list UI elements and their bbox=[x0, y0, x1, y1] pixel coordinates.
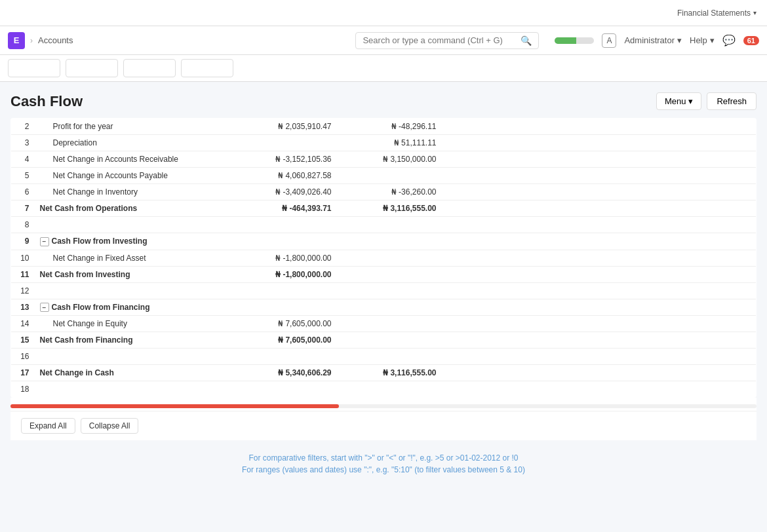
row-empty3 bbox=[652, 266, 757, 282]
table-row: 7 Net Cash from Operations ₦ -464,393.71… bbox=[11, 200, 757, 217]
filter-tab-4[interactable] bbox=[181, 59, 233, 77]
financial-statements-label: Financial Statements bbox=[677, 9, 751, 18]
row-num: 13 bbox=[11, 299, 35, 316]
table-row: 14 Net Change in Equity ₦ 7,605,000.00 bbox=[11, 316, 757, 332]
row-empty1 bbox=[442, 381, 547, 398]
table-row: 5 Net Change in Accounts Payable ₦ 4,060… bbox=[11, 168, 757, 184]
row-val2 bbox=[337, 233, 442, 250]
table-row: 4 Net Change in Accounts Receivable ₦ -3… bbox=[11, 151, 757, 168]
expand-all-button[interactable]: Expand All bbox=[21, 418, 75, 434]
row-val1 bbox=[232, 282, 337, 299]
top-bar: Financial Statements ▾ bbox=[0, 0, 767, 26]
breadcrumb[interactable]: Accounts bbox=[38, 35, 73, 45]
row-empty2 bbox=[547, 168, 652, 184]
row-empty3 bbox=[652, 381, 757, 398]
row-num: 6 bbox=[11, 184, 35, 200]
collapse-icon[interactable]: − bbox=[40, 303, 49, 312]
row-val1: ₦ -3,409,026.40 bbox=[232, 184, 337, 200]
scroll-area[interactable] bbox=[10, 398, 757, 411]
row-empty2 bbox=[547, 233, 652, 250]
table-row: 12 bbox=[11, 282, 757, 299]
row-empty3 bbox=[652, 282, 757, 299]
row-empty2 bbox=[547, 151, 652, 168]
search-bar[interactable]: 🔍 bbox=[355, 32, 539, 49]
row-empty3 bbox=[652, 332, 757, 349]
table-row: 8 bbox=[11, 217, 757, 233]
collapse-icon[interactable]: − bbox=[40, 237, 49, 246]
row-val1: ₦ 2,035,910.47 bbox=[232, 119, 337, 135]
scroll-thumb bbox=[10, 404, 339, 408]
row-val1: ₦ 7,605,000.00 bbox=[232, 332, 337, 349]
row-empty1 bbox=[442, 119, 547, 135]
row-empty1 bbox=[442, 365, 547, 381]
row-empty2 bbox=[547, 381, 652, 398]
row-num: 9 bbox=[11, 233, 35, 250]
row-empty1 bbox=[442, 184, 547, 200]
row-empty1 bbox=[442, 217, 547, 233]
row-num: 18 bbox=[11, 381, 35, 398]
help-menu[interactable]: Help ▾ bbox=[690, 35, 715, 45]
collapse-all-button[interactable]: Collapse All bbox=[81, 418, 139, 434]
row-empty2 bbox=[547, 349, 652, 365]
search-input[interactable] bbox=[363, 35, 517, 45]
row-empty3 bbox=[652, 349, 757, 365]
table-row: 13 −Cash Flow from Financing bbox=[11, 299, 757, 316]
row-val1 bbox=[232, 217, 337, 233]
app-logo: E bbox=[8, 32, 25, 49]
filter-row bbox=[0, 55, 767, 82]
chat-icon[interactable]: 💬 bbox=[722, 34, 736, 47]
notification-badge[interactable]: 61 bbox=[743, 36, 759, 45]
row-label: Depreciation bbox=[35, 135, 232, 151]
row-empty2 bbox=[547, 299, 652, 316]
row-val1: ₦ -1,800,000.00 bbox=[232, 250, 337, 266]
report-table: 2 Profit for the year ₦ 2,035,910.47 ₦ -… bbox=[10, 118, 757, 398]
row-num: 5 bbox=[11, 168, 35, 184]
nav-right-actions: A Administrator ▾ Help ▾ 💬 61 bbox=[555, 33, 759, 48]
bottom-bar: Expand All Collapse All bbox=[10, 411, 757, 440]
row-label bbox=[35, 349, 232, 365]
row-empty2 bbox=[547, 332, 652, 349]
row-num: 12 bbox=[11, 282, 35, 299]
filter-tab-2[interactable] bbox=[66, 59, 118, 77]
chevron-down-icon: ▾ bbox=[753, 9, 757, 16]
row-num: 14 bbox=[11, 316, 35, 332]
admin-menu[interactable]: Administrator ▾ bbox=[624, 35, 682, 45]
nav-bar: E › Accounts 🔍 A Administrator ▾ Help ▾ … bbox=[0, 26, 767, 55]
row-label: Net Cash from Operations bbox=[35, 200, 232, 217]
row-val2 bbox=[337, 266, 442, 282]
progress-fill bbox=[555, 37, 576, 44]
row-val1 bbox=[232, 233, 337, 250]
row-label bbox=[35, 381, 232, 398]
row-label bbox=[35, 282, 232, 299]
row-label bbox=[35, 217, 232, 233]
row-empty1 bbox=[442, 266, 547, 282]
row-label: −Cash Flow from Investing bbox=[35, 233, 232, 250]
row-empty3 bbox=[652, 299, 757, 316]
filter-tab-3[interactable] bbox=[123, 59, 176, 77]
scroll-track bbox=[10, 404, 757, 408]
filter-tab-1[interactable] bbox=[8, 59, 60, 77]
row-empty2 bbox=[547, 250, 652, 266]
page-header: Cash Flow Menu ▾ Refresh bbox=[10, 92, 757, 110]
refresh-button[interactable]: Refresh bbox=[707, 92, 757, 110]
row-num: 17 bbox=[11, 365, 35, 381]
row-empty2 bbox=[547, 184, 652, 200]
row-label: Net Change in Inventory bbox=[35, 184, 232, 200]
row-empty1 bbox=[442, 332, 547, 349]
row-val2: ₦ 3,150,000.00 bbox=[337, 151, 442, 168]
row-empty3 bbox=[652, 151, 757, 168]
menu-button[interactable]: Menu ▾ bbox=[656, 92, 702, 110]
row-val1 bbox=[232, 135, 337, 151]
progress-indicator bbox=[555, 37, 594, 44]
row-val2: ₦ 51,111.11 bbox=[337, 135, 442, 151]
row-num: 4 bbox=[11, 151, 35, 168]
financial-statements-menu[interactable]: Financial Statements ▾ bbox=[677, 9, 757, 18]
row-empty1 bbox=[442, 250, 547, 266]
row-val1 bbox=[232, 381, 337, 398]
row-num: 3 bbox=[11, 135, 35, 151]
row-val2: ₦ -48,296.11 bbox=[337, 119, 442, 135]
row-empty1 bbox=[442, 299, 547, 316]
row-num: 15 bbox=[11, 332, 35, 349]
admin-chevron-icon: ▾ bbox=[677, 35, 682, 45]
table-row: 2 Profit for the year ₦ 2,035,910.47 ₦ -… bbox=[11, 119, 757, 135]
